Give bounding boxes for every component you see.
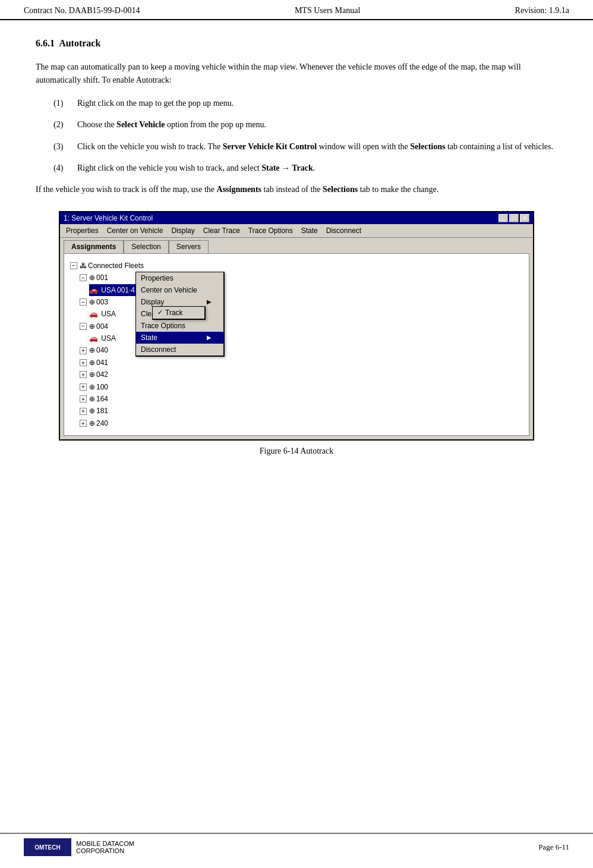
svkc-window: 1: Server Vehicle Kit Control _ □ ✕ Prop… [59, 211, 534, 441]
expand-001[interactable]: − [80, 274, 87, 281]
page-footer: OMTECH MOBILE DATACOMCORPORATION Page 6-… [0, 833, 593, 856]
tab-selection[interactable]: Selection [124, 240, 168, 253]
ctx-center-label: Center on Vehicle [141, 286, 197, 294]
page-number: Page 6-11 [538, 842, 569, 852]
connected-fleets-label: Connected Fleets [88, 260, 144, 272]
ctx-trace-options[interactable]: Trace Options [136, 320, 223, 332]
ctx-state-label: State [141, 334, 157, 342]
tree-root: − 🖧 Connected Fleets [70, 260, 160, 272]
icon-004: ⊕ [89, 320, 95, 332]
figure-container: 1: Server Vehicle Kit Control _ □ ✕ Prop… [36, 211, 557, 456]
maximize-button[interactable]: □ [509, 214, 519, 222]
header-revision: Revision: 1.9.1a [515, 6, 569, 15]
omtech-logo: OMTECH [24, 838, 71, 856]
icon-181: ⊕ [89, 405, 95, 417]
expand-042[interactable]: + [80, 371, 87, 378]
menu-display[interactable]: Display [168, 225, 198, 236]
minimize-button[interactable]: _ [499, 214, 508, 222]
step-3-text: Click on the vehicle you wish to track. … [77, 140, 553, 153]
body-paragraph-2: If the vehicle you wish to track is off … [36, 183, 557, 196]
label-004: 004 [96, 320, 108, 332]
ctx-trace-options-label: Trace Options [141, 322, 185, 330]
expand-100[interactable]: + [80, 383, 87, 391]
step-2-text: Choose the Select Vehicle option from th… [77, 118, 266, 131]
tree-item-042: + ⊕ 042 [80, 369, 160, 380]
submenu-track-label: Track [165, 309, 183, 317]
label-100: 100 [96, 381, 108, 393]
label-240: 240 [96, 417, 108, 429]
tab-bar: Assignments Selection Servers [60, 238, 533, 253]
expand-164[interactable]: + [80, 395, 87, 402]
menu-center-on-vehicle[interactable]: Center on Vehicle [103, 225, 167, 236]
section-title: Autotrack [59, 38, 100, 48]
step-4-num: (4) [53, 162, 71, 175]
state-submenu: Track [152, 306, 206, 320]
car-icon-001: 🚗 [89, 284, 98, 296]
ctx-display-arrow: ▶ [207, 298, 212, 305]
ctx-disconnect[interactable]: Disconnect [136, 344, 223, 356]
step-4-text: Right click on the vehicle you wish to t… [77, 162, 315, 175]
tab-assignments[interactable]: Assignments [64, 240, 124, 253]
icon-042: ⊕ [89, 369, 95, 380]
menu-trace-options[interactable]: Trace Options [245, 225, 296, 236]
expand-004[interactable]: − [80, 323, 87, 330]
footer-logo: OMTECH MOBILE DATACOMCORPORATION [24, 838, 134, 856]
header-contract: Contract No. DAAB15-99-D-0014 [24, 6, 140, 15]
step-1-text: Right click on the map to get the pop up… [77, 97, 234, 110]
expand-240[interactable]: + [80, 420, 87, 427]
car-icon-004: 🚗 [89, 332, 98, 344]
label-041: 041 [96, 357, 108, 369]
tree-item-100: + ⊕ 100 [80, 381, 160, 393]
icon-001: ⊕ [89, 272, 95, 284]
menu-disconnect[interactable]: Disconnect [323, 225, 365, 236]
icon-100: ⊕ [89, 381, 95, 393]
label-usa-003: USA [99, 308, 116, 320]
expand-041[interactable]: + [80, 359, 87, 366]
step-1-num: (1) [53, 97, 71, 110]
step-2: (2) Choose the Select Vehicle option fro… [53, 118, 557, 131]
expand-040[interactable]: + [80, 347, 87, 354]
menu-properties[interactable]: Properties [62, 225, 102, 236]
icon-040: ⊕ [89, 344, 95, 356]
header-title: MTS Users Manual [295, 6, 360, 15]
steps-list: (1) Right click on the map to get the po… [53, 97, 557, 175]
menu-clear-trace[interactable]: Clear Trace [200, 225, 244, 236]
icon-041: ⊕ [89, 357, 95, 369]
section-heading: 6.6.1 Autotrack [36, 38, 557, 49]
titlebar-buttons: _ □ ✕ [499, 214, 529, 222]
menubar: Properties Center on Vehicle Display Cle… [60, 224, 533, 238]
logo-sub-text: MOBILE DATACOMCORPORATION [76, 840, 134, 854]
tree-item-164: + ⊕ 164 [80, 393, 160, 405]
expand-181[interactable]: + [80, 408, 87, 415]
label-181: 181 [96, 405, 108, 417]
expand-003[interactable]: − [80, 298, 87, 306]
close-button[interactable]: ✕ [520, 214, 529, 222]
label-003: 003 [96, 296, 108, 308]
ctx-display-label: Display [141, 298, 164, 306]
submenu-track[interactable]: Track [153, 307, 204, 319]
label-164: 164 [96, 393, 108, 405]
connected-fleets-icon: 🖧 [80, 260, 87, 272]
menu-state[interactable]: State [298, 225, 321, 236]
tab-servers[interactable]: Servers [169, 240, 209, 253]
ctx-state[interactable]: State ▶ [136, 332, 223, 344]
step-1: (1) Right click on the map to get the po… [53, 97, 557, 110]
label-040: 040 [96, 344, 108, 356]
label-usa-001: USA001·4 [99, 284, 136, 296]
window-title: 1: Server Vehicle Kit Control [64, 214, 153, 222]
tree-item-181: + ⊕ 181 [80, 405, 160, 417]
ctx-properties[interactable]: Properties [136, 272, 223, 284]
label-usa-004: USA [99, 332, 116, 344]
ctx-center-on-vehicle[interactable]: Center on Vehicle [136, 284, 223, 296]
label-001: 001 [96, 272, 108, 284]
label-042: 042 [96, 369, 108, 380]
step-3: (3) Click on the vehicle you wish to tra… [53, 140, 557, 153]
window-titlebar: 1: Server Vehicle Kit Control _ □ ✕ [60, 212, 533, 224]
tree-item-240: + ⊕ 240 [80, 417, 160, 429]
section-number: 6.6.1 [36, 38, 55, 48]
root-expand[interactable]: − [70, 262, 77, 269]
car-icon-003: 🚗 [89, 308, 98, 320]
page-header: Contract No. DAAB15-99-D-0014 MTS Users … [0, 0, 593, 20]
step-2-num: (2) [53, 118, 71, 131]
step-4: (4) Right click on the vehicle you wish … [53, 162, 557, 175]
